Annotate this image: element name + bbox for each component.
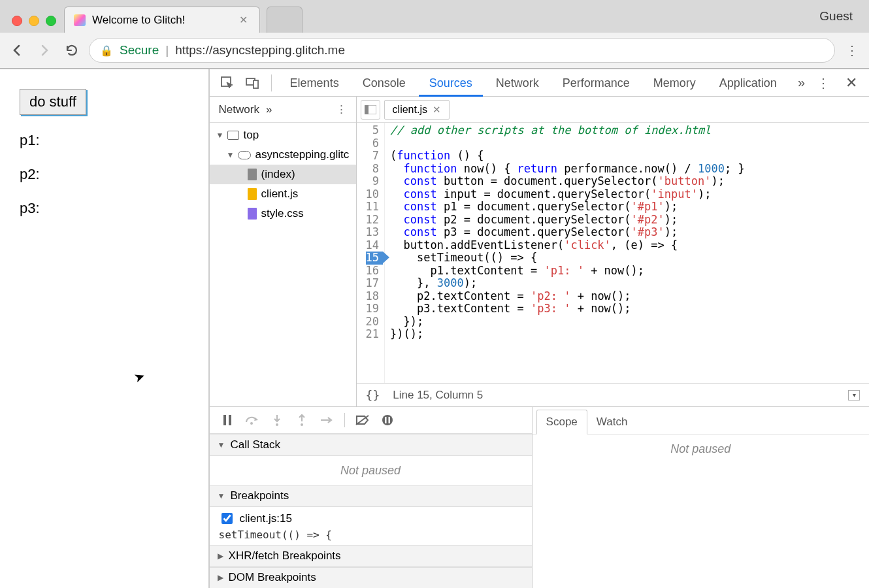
svg-rect-12 [388, 417, 390, 423]
pause-button[interactable] [216, 410, 238, 430]
chevron-down-icon: ▼ [218, 491, 225, 500]
step-out-icon [296, 414, 308, 427]
toggle-navigator-button[interactable] [361, 100, 380, 120]
deactivate-breakpoints-button[interactable] [352, 410, 374, 430]
close-icon[interactable]: ✕ [433, 104, 441, 116]
pause-icon [223, 414, 232, 426]
breakpoint-marker[interactable]: 15 [366, 252, 383, 265]
file-tree: ▼ top ▼ asyncstepping.glitc (index) [210, 123, 356, 226]
secure-label: Secure [120, 43, 159, 57]
scope-body: Not paused [533, 434, 869, 588]
callstack-header[interactable]: ▼ Call Stack [210, 434, 532, 455]
back-button[interactable] [7, 40, 27, 61]
line-gutter[interactable]: 5 6 7 8 9 10 11 12 13 14 15 16 1 [357, 123, 385, 383]
sidebar-overflow-icon[interactable]: » [266, 103, 272, 116]
folder-icon [227, 131, 239, 140]
svg-point-8 [276, 423, 278, 426]
tab-performance[interactable]: Performance [552, 69, 640, 97]
tab-memory[interactable]: Memory [643, 69, 706, 97]
svg-rect-6 [229, 415, 231, 425]
editor-tab-label: client.js [393, 104, 427, 116]
minimize-window-icon[interactable] [29, 16, 39, 26]
svg-point-9 [301, 423, 303, 426]
debugger-right: Scope Watch Not paused [533, 407, 869, 588]
tree-label: asyncstepping.glitc [255, 148, 350, 161]
close-window-icon[interactable] [12, 16, 22, 26]
callstack-title: Call Stack [230, 438, 280, 451]
window-controls [5, 16, 64, 33]
sidebar-tab-network[interactable]: Network [219, 103, 259, 116]
tab-console[interactable]: Console [352, 69, 416, 97]
pause-on-exceptions-button[interactable] [376, 410, 399, 430]
scope-tabs: Scope Watch [533, 407, 869, 434]
breakpoint-checkbox[interactable]: client.js:15 [219, 511, 523, 526]
tree-label: top [244, 129, 259, 142]
favicon-icon [74, 14, 86, 26]
maximize-window-icon[interactable] [46, 16, 56, 26]
collapse-icon[interactable]: ▾ [848, 390, 860, 400]
tabs-overflow-button[interactable]: » [793, 75, 810, 90]
sidebar-menu-icon[interactable]: ⋮ [336, 103, 347, 116]
forward-icon [38, 44, 51, 57]
step-icon [320, 415, 334, 425]
device-toggle-button[interactable] [241, 72, 263, 94]
pretty-print-button[interactable]: {} [366, 388, 380, 402]
profile-label[interactable]: Guest [819, 9, 853, 24]
dom-breakpoints-title: DOM Breakpoints [229, 571, 316, 584]
sources-sidebar-tabs: Network » ⋮ [210, 97, 356, 123]
code-editor[interactable]: 5 6 7 8 9 10 11 12 13 14 15 16 1 [357, 123, 869, 383]
tab-application[interactable]: Application [709, 69, 787, 97]
file-icon [248, 169, 257, 180]
browser-menu-button[interactable]: ⋮ [842, 40, 862, 61]
debugger-pane: ▼ Call Stack Not paused ▼ Breakpoints cl… [210, 406, 869, 588]
breakpoints-title: Breakpoints [230, 489, 289, 502]
devtools-menu-button[interactable]: ⋮ [813, 73, 834, 93]
tab-elements[interactable]: Elements [280, 69, 350, 97]
tab-close-icon[interactable]: ✕ [237, 14, 250, 26]
code-content[interactable]: // add other scripts at the bottom of in… [385, 123, 869, 383]
tree-domain[interactable]: ▼ asyncstepping.glitc [210, 145, 356, 165]
step-button [316, 410, 338, 430]
devtools-panel: Elements Console Sources Network Perform… [209, 69, 869, 588]
svg-point-10 [382, 415, 393, 425]
breakpoint-label: client.js:15 [240, 512, 292, 525]
sources-sidebar: Network » ⋮ ▼ top ▼ asyncstep [210, 97, 357, 406]
svg-rect-11 [385, 417, 387, 423]
dom-breakpoints-header[interactable]: ▶ DOM Breakpoints [210, 567, 532, 588]
chevron-right-icon: ▶ [218, 573, 223, 582]
reload-button[interactable] [61, 40, 82, 61]
tree-file-clientjs[interactable]: client.js [210, 184, 356, 204]
step-over-icon [244, 414, 260, 426]
callstack-status: Not paused [210, 456, 532, 485]
p3-text: p3: [20, 200, 189, 217]
browser-tab-active[interactable]: Welcome to Glitch! ✕ [64, 7, 260, 33]
breakpoint-item[interactable]: client.js:15 setTimeout(() => { [210, 507, 532, 545]
devtools-close-button[interactable]: ✕ [840, 74, 862, 91]
step-into-button [266, 410, 288, 430]
tree-file-index[interactable]: (index) [210, 165, 356, 184]
page-content: do stuff p1: p2: p3: [0, 69, 209, 588]
tab-sources[interactable]: Sources [419, 69, 483, 97]
pause-exceptions-icon [381, 414, 394, 427]
device-icon [245, 76, 259, 90]
editor-tab-clientjs[interactable]: client.js ✕ [384, 100, 450, 120]
tree-file-stylecss[interactable]: style.css [210, 204, 356, 223]
xhr-breakpoints-header[interactable]: ▶ XHR/fetch Breakpoints [210, 545, 532, 566]
tree-label: (index) [261, 168, 295, 181]
new-tab-button[interactable] [267, 7, 303, 33]
tree-top[interactable]: ▼ top [210, 125, 356, 145]
tab-scope[interactable]: Scope [536, 410, 587, 434]
navigator-icon [365, 105, 376, 114]
tab-network[interactable]: Network [485, 69, 549, 97]
tab-strip: Welcome to Glitch! ✕ Guest [0, 0, 869, 33]
tab-watch[interactable]: Watch [587, 410, 637, 434]
breakpoints-header[interactable]: ▼ Breakpoints [210, 485, 532, 507]
inspect-element-button[interactable] [216, 72, 238, 94]
deactivate-bp-icon [355, 414, 370, 426]
step-into-icon [271, 414, 283, 427]
do-stuff-button[interactable]: do stuff [20, 89, 86, 115]
tree-label: style.css [261, 207, 304, 220]
address-bar[interactable]: 🔒 Secure | https://asyncstepping.glitch.… [89, 38, 835, 63]
checkbox-input[interactable] [221, 513, 233, 524]
debugger-left: ▼ Call Stack Not paused ▼ Breakpoints cl… [210, 407, 533, 588]
